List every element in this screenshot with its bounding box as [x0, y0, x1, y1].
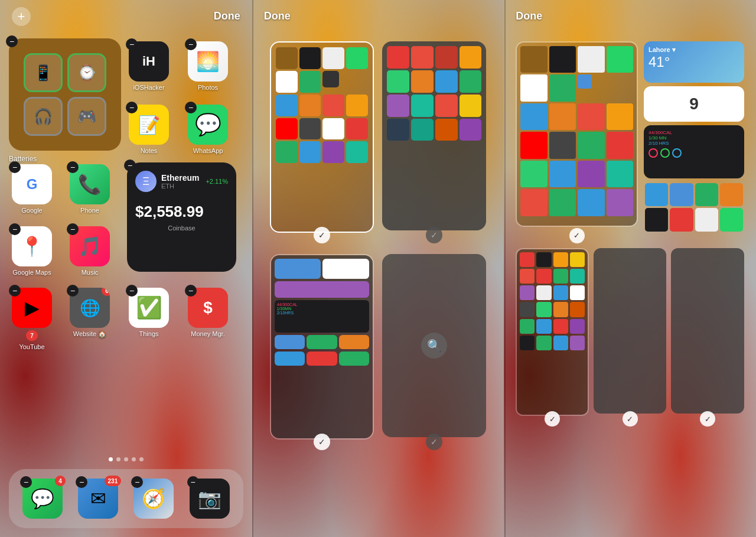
coinbase-label: Coinbase — [135, 224, 228, 232]
app-things[interactable]: ✅ Things — [129, 288, 169, 337]
app-whatsapp[interactable]: 💬 WhatsApp — [188, 105, 228, 154]
check-s3-a[interactable]: ✓ — [545, 411, 560, 427]
website-label: Website 🏠 — [73, 330, 107, 338]
remove-youtube[interactable] — [9, 285, 21, 297]
page-thumb-2[interactable]: ✓ — [382, 41, 486, 233]
app-notes[interactable]: 📝 Notes — [129, 105, 169, 154]
dock-safari[interactable]: 🧭 — [133, 479, 174, 519]
page-dots — [0, 457, 252, 461]
app-youtube[interactable]: ▶ 7 YouTube — [12, 288, 52, 350]
coinbase-widget: Ξ Ethereum ETH +2.11% $2,558.99 Coinbase — [127, 162, 236, 272]
search-icon-thumb: 🔍 — [421, 333, 447, 359]
small-thumb-c[interactable]: ✓ — [671, 248, 744, 416]
app-googlemaps[interactable]: 📍 Google Maps — [12, 226, 52, 276]
remove-google[interactable] — [9, 161, 21, 173]
page-thumb-1[interactable]: ✓ — [270, 41, 374, 233]
website-badge: 6 — [102, 288, 110, 296]
remove-photos[interactable] — [185, 38, 197, 50]
page-thumb-4[interactable]: 🔍 ✓ — [382, 254, 486, 440]
screen-home-edit: + Done 📱 ⌚ 🎧 🎮 Batteries iH iOSHacker 🌅 … — [0, 0, 252, 537]
top-bar-3: Done — [504, 0, 756, 32]
check-4[interactable]: ✓ — [426, 434, 442, 450]
dot-4[interactable] — [132, 457, 136, 461]
small-thumb-a[interactable]: ✓ — [516, 248, 589, 416]
check-s3-b[interactable]: ✓ — [623, 411, 638, 427]
top-bar-2: Done — [252, 0, 504, 32]
remove-things[interactable] — [126, 285, 138, 297]
things-label: Things — [139, 330, 158, 337]
top-bar: + Done — [0, 0, 252, 32]
screen-page-picker: Done — [252, 0, 504, 537]
app-website[interactable]: 🌐 6 Website 🏠 — [70, 288, 110, 338]
remove-ioshacker[interactable] — [126, 38, 138, 50]
done-button-2[interactable]: Done — [264, 10, 291, 22]
remove-money[interactable] — [185, 285, 197, 297]
page-picker-row2: 44/300CAL 1/30MN 2/10HRS — [270, 254, 487, 440]
coin-price: $2,558.99 — [135, 203, 228, 221]
remove-messages[interactable] — [20, 476, 32, 488]
dock-mail[interactable]: ✉ 231 — [78, 479, 118, 519]
music-label: Music — [82, 269, 99, 276]
picker-row-2: ✓ ✓ ✓ — [516, 248, 744, 416]
calendar-widget-mini: 9 — [644, 86, 744, 122]
ioshacker-label: iOSHacker — [133, 84, 164, 91]
battery-icon-4: 🎮 — [67, 97, 106, 136]
check-2[interactable]: ✓ — [426, 227, 442, 243]
notes-label: Notes — [141, 147, 158, 154]
dock-messages[interactable]: 💬 4 — [22, 479, 63, 519]
add-widget-button[interactable]: + — [12, 7, 31, 26]
apps-row-mini — [644, 182, 744, 233]
remove-camera[interactable] — [187, 476, 199, 488]
money-label: Money Mgr. — [191, 330, 224, 337]
fitness-widget-mini: 44/300CAL 1/30 MN 2/10 HRS — [644, 125, 744, 178]
whatsapp-label: WhatsApp — [193, 147, 223, 154]
small-thumb-b[interactable]: ✓ — [594, 248, 667, 416]
remove-coinbase[interactable] — [124, 160, 136, 171]
mail-badge: 231 — [105, 476, 122, 486]
screen-multi-picker: Done — [504, 0, 756, 537]
remove-notes[interactable] — [126, 102, 138, 113]
coin-name: Ethereum — [161, 173, 200, 183]
app-photos[interactable]: 🌅 Photos — [188, 41, 228, 91]
batteries-widget: 📱 ⌚ 🎧 🎮 — [9, 38, 121, 151]
googlemaps-label: Google Maps — [12, 269, 51, 276]
check-s3-1[interactable]: ✓ — [569, 228, 585, 243]
dot-3[interactable] — [124, 457, 128, 461]
page-thumb-3[interactable]: 44/300CAL 1/30MN 2/10HRS — [270, 254, 374, 440]
app-music[interactable]: 🎵 Music — [70, 226, 110, 276]
widget-side-panel: Lahore ▾ 41° 9 44/300CAL 1/30 MN 2/10 HR… — [644, 41, 744, 233]
app-google[interactable]: G Google — [12, 164, 52, 214]
app-money[interactable]: $ Money Mgr. — [188, 288, 228, 337]
dock-camera[interactable]: 📷 — [190, 479, 230, 519]
battery-icon-2: ⌚ — [67, 53, 106, 92]
dock: 💬 4 ✉ 231 🧭 📷 — [9, 469, 243, 528]
done-button-3[interactable]: Done — [516, 10, 542, 22]
picker-row-1: ✓ Lahore ▾ 41° 9 44/300CAL 1/30 MN 2/10 … — [516, 41, 744, 233]
page-picker-row1: ✓ — [270, 41, 487, 233]
messages-badge: 4 — [55, 476, 66, 486]
app-phone[interactable]: 📞 Phone — [70, 164, 110, 214]
battery-icon-3: 🎧 — [24, 97, 63, 136]
google-label: Google — [21, 207, 42, 214]
remove-googlemaps[interactable] — [9, 223, 21, 235]
divider-1 — [252, 0, 253, 537]
check-1[interactable]: ✓ — [314, 227, 330, 243]
remove-batteries-button[interactable] — [6, 35, 18, 47]
done-button-1[interactable]: Done — [214, 10, 240, 22]
dot-1[interactable] — [109, 457, 113, 461]
check-3[interactable]: ✓ — [314, 434, 330, 450]
large-thumb-1[interactable]: ✓ — [516, 41, 638, 233]
battery-icon-1: 📱 — [24, 53, 63, 92]
phone-label: Phone — [80, 207, 99, 214]
coin-symbol: ETH — [161, 183, 200, 190]
remove-website[interactable] — [67, 285, 79, 297]
app-ioshacker[interactable]: iH iOSHacker — [129, 41, 169, 91]
dot-2[interactable] — [116, 457, 120, 461]
remove-music[interactable] — [67, 223, 79, 235]
dot-5[interactable] — [139, 457, 144, 461]
youtube-badge: 7 — [26, 330, 38, 341]
remove-whatsapp[interactable] — [185, 102, 197, 113]
weather-widget-mini: Lahore ▾ 41° — [644, 41, 744, 83]
remove-phone[interactable] — [67, 161, 79, 173]
check-s3-c[interactable]: ✓ — [700, 411, 715, 427]
